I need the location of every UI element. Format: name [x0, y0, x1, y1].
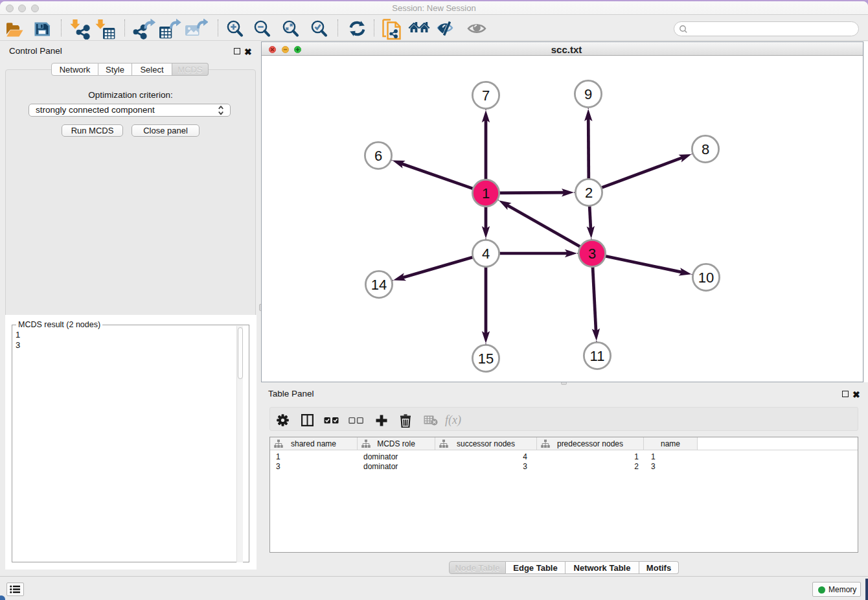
svg-text:4: 4: [482, 246, 490, 262]
svg-text:11: 11: [590, 348, 605, 364]
svg-text:15: 15: [478, 351, 494, 367]
svg-text:7: 7: [482, 87, 490, 104]
svg-text:10: 10: [698, 270, 714, 286]
svg-text:1: 1: [482, 185, 490, 202]
svg-text:14: 14: [371, 277, 387, 293]
svg-text:8: 8: [702, 141, 709, 157]
svg-text:2: 2: [585, 185, 593, 201]
svg-text:9: 9: [584, 86, 592, 102]
svg-text:3: 3: [588, 246, 596, 262]
svg-text:6: 6: [374, 148, 382, 164]
